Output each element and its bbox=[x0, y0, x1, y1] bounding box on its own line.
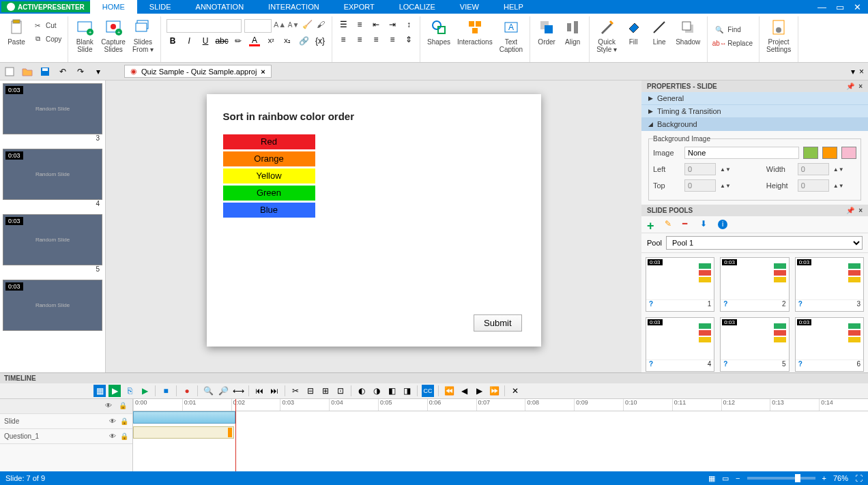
blank-slide-button[interactable]: +Blank Slide bbox=[72, 16, 97, 55]
color-item[interactable]: Blue bbox=[223, 203, 315, 218]
eye-icon[interactable]: 👁 bbox=[105, 402, 115, 411]
tab-view[interactable]: VIEW bbox=[448, 0, 491, 14]
shapes-button[interactable]: Shapes bbox=[424, 16, 453, 55]
zoom-slider[interactable] bbox=[747, 477, 815, 480]
cc-icon[interactable]: CC bbox=[422, 385, 434, 397]
format-painter-icon[interactable]: 🖌 bbox=[315, 19, 326, 30]
paste-button[interactable]: Paste bbox=[4, 16, 29, 47]
left-input[interactable] bbox=[684, 163, 716, 175]
tab-home[interactable]: HOME bbox=[90, 0, 137, 14]
close-icon[interactable]: ✕ bbox=[854, 2, 861, 12]
slide-thumb[interactable]: 0:03Random Slide4 bbox=[3, 149, 102, 207]
tl-first-icon[interactable]: ⏪ bbox=[443, 385, 455, 397]
font-size-select[interactable] bbox=[244, 19, 272, 33]
pin-icon[interactable]: 📌 bbox=[846, 83, 854, 90]
track-slide[interactable]: Slide👁🔒 bbox=[0, 414, 132, 429]
bullets-icon[interactable]: ☰ bbox=[338, 19, 349, 30]
tl-g-icon[interactable]: ◨ bbox=[401, 385, 413, 397]
variable-icon[interactable]: {x} bbox=[315, 35, 326, 46]
import-pool-icon[interactable]: ⬇ bbox=[700, 219, 711, 230]
font-color-icon[interactable]: A bbox=[249, 35, 260, 46]
redo-icon[interactable]: ↷ bbox=[75, 66, 86, 77]
tl-zoomin-icon[interactable]: 🔍 bbox=[202, 385, 214, 397]
quick-style-button[interactable]: Quick Style ▾ bbox=[594, 16, 620, 55]
tl-fwd-icon[interactable]: ▶ bbox=[473, 385, 485, 397]
superscript-icon[interactable]: X² bbox=[265, 35, 276, 46]
image-input[interactable] bbox=[684, 147, 799, 159]
align-center-icon[interactable]: ≡ bbox=[354, 34, 365, 45]
grow-font-icon[interactable]: A▲ bbox=[274, 19, 285, 30]
tab-annotation[interactable]: ANNOTATION bbox=[184, 0, 256, 14]
link-icon[interactable]: 🔗 bbox=[298, 35, 309, 46]
color-item[interactable]: Orange bbox=[223, 151, 315, 166]
align-button[interactable]: Align bbox=[560, 16, 585, 47]
tl-fit-icon[interactable]: ⟷ bbox=[232, 385, 244, 397]
capture-slides-button[interactable]: +Capture Slides bbox=[98, 16, 128, 55]
tl-mode3-icon[interactable]: ⎘ bbox=[124, 385, 136, 397]
tab-close-icon[interactable]: × bbox=[261, 68, 265, 76]
slides-from-button[interactable]: Slides From ▾ bbox=[130, 16, 156, 55]
tl-e-icon[interactable]: ◑ bbox=[371, 385, 383, 397]
align-right-icon[interactable]: ≡ bbox=[371, 34, 381, 45]
new-icon[interactable] bbox=[4, 66, 15, 77]
fit-icon[interactable]: ⛶ bbox=[855, 474, 863, 482]
height-input[interactable] bbox=[798, 179, 829, 192]
edit-pool-icon[interactable]: ✎ bbox=[665, 219, 676, 230]
color-item[interactable]: Red bbox=[223, 134, 315, 149]
numbering-icon[interactable]: ≡ bbox=[354, 19, 365, 30]
minimize-icon[interactable]: — bbox=[818, 2, 826, 12]
track-question[interactable]: Question_1👁🔒 bbox=[0, 429, 132, 444]
record-icon[interactable]: ● bbox=[181, 385, 193, 397]
pool-thumb[interactable]: 0:03?4 bbox=[646, 317, 714, 372]
tl-split-icon[interactable]: ✂ bbox=[289, 385, 302, 397]
pool-thumb[interactable]: 0:03?3 bbox=[795, 257, 864, 312]
tab-slide[interactable]: SLIDE bbox=[137, 0, 184, 14]
width-input[interactable] bbox=[798, 163, 829, 175]
strike-icon[interactable]: abc bbox=[216, 35, 227, 46]
tl-a-icon[interactable]: ⊟ bbox=[304, 385, 317, 397]
canvas-area[interactable]: Sort in rainbow color order RedOrangeYel… bbox=[106, 80, 641, 372]
color-item[interactable]: Green bbox=[223, 186, 315, 201]
line-button[interactable]: Line bbox=[647, 16, 671, 55]
replace-button[interactable]: ab↔Replace bbox=[712, 37, 755, 49]
delete-pool-icon[interactable]: ━ bbox=[682, 219, 693, 230]
slide-thumb[interactable]: 0:03Random Slide3 bbox=[3, 83, 102, 142]
slide-thumbnails-panel[interactable]: 0:03Random Slide30:03Random Slide40:03Ra… bbox=[0, 80, 106, 372]
cut-button[interactable]: ✂Cut bbox=[30, 19, 63, 31]
align-left-icon[interactable]: ≡ bbox=[338, 34, 349, 45]
tl-last-icon[interactable]: ⏩ bbox=[488, 385, 500, 397]
copy-button[interactable]: ⧉Copy bbox=[30, 33, 63, 45]
slide-thumb[interactable]: 0:03Random Slide bbox=[3, 280, 102, 331]
pool-thumb[interactable]: 0:03?2 bbox=[720, 257, 789, 312]
section-background[interactable]: ◢Background bbox=[641, 118, 868, 131]
undo-icon[interactable]: ↶ bbox=[57, 66, 68, 77]
font-family-select[interactable] bbox=[167, 19, 242, 33]
document-tab[interactable]: ◉ Quiz Sample - Quiz Sample.approj × bbox=[124, 65, 272, 78]
indent-inc-icon[interactable]: ⇥ bbox=[387, 19, 398, 30]
bold-icon[interactable]: B bbox=[167, 35, 178, 46]
valign-icon[interactable]: ⇕ bbox=[403, 34, 414, 45]
tl-c-icon[interactable]: ⊡ bbox=[334, 385, 347, 397]
tab-help[interactable]: HELP bbox=[491, 0, 536, 14]
qat-more-icon[interactable]: ▾ bbox=[93, 66, 104, 77]
pool-thumb[interactable]: 0:03?5 bbox=[720, 317, 789, 372]
project-settings-button[interactable]: Project Settings bbox=[764, 16, 794, 55]
timeline-canvas[interactable]: 0:000:010:020:030:040:050:060:070:080:09… bbox=[133, 399, 868, 471]
tl-mode1-icon[interactable]: ▦ bbox=[93, 385, 106, 397]
zoom-in-icon[interactable]: + bbox=[822, 474, 826, 482]
color-item[interactable]: Yellow bbox=[223, 168, 315, 183]
tab-interaction[interactable]: INTERACTION bbox=[256, 0, 332, 14]
italic-icon[interactable]: I bbox=[184, 35, 194, 46]
interactions-button[interactable]: Interactions bbox=[454, 16, 495, 55]
open-icon[interactable] bbox=[22, 66, 33, 77]
tl-mode2-icon[interactable]: ▶ bbox=[108, 385, 121, 397]
info-pool-icon[interactable]: i bbox=[718, 219, 729, 230]
subscript-icon[interactable]: X₂ bbox=[282, 35, 293, 46]
save-icon[interactable] bbox=[40, 66, 50, 77]
image-delete-icon[interactable] bbox=[841, 147, 856, 159]
image-add-icon[interactable] bbox=[822, 147, 837, 159]
tl-back-icon[interactable]: ◀ bbox=[458, 385, 470, 397]
top-input[interactable] bbox=[684, 179, 716, 192]
section-timing[interactable]: ▶Timing & Transition bbox=[641, 105, 868, 118]
close-pane-icon[interactable]: × bbox=[859, 67, 864, 76]
